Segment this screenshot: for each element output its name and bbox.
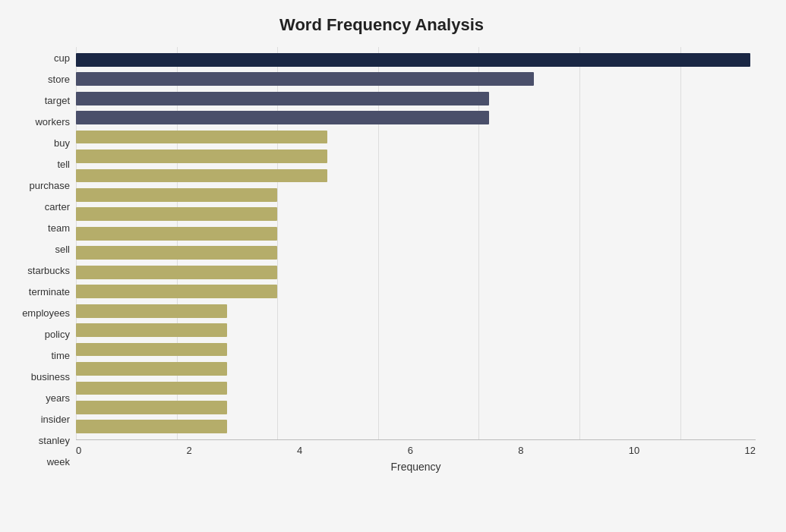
- bar-row-policy: [76, 301, 756, 320]
- x-axis-label: Frequency: [76, 461, 756, 473]
- bar-tell: [76, 150, 327, 163]
- bar-row-cup: [76, 50, 756, 69]
- bar-row-time: [76, 320, 756, 339]
- bar-row-employees: [76, 282, 756, 301]
- y-label-tell: tell: [57, 159, 70, 169]
- bar-time: [76, 323, 227, 337]
- y-label-years: years: [46, 393, 70, 403]
- y-label-terminate: terminate: [29, 287, 70, 297]
- bar-row-sell: [76, 224, 756, 243]
- bar-row-starbucks: [76, 244, 756, 263]
- bars-wrapper: [76, 47, 756, 439]
- bar-row-insider: [76, 379, 756, 398]
- y-label-target: target: [45, 96, 70, 105]
- bar-row-tell: [76, 146, 756, 165]
- bar-row-business: [76, 340, 756, 359]
- y-label-policy: policy: [45, 329, 70, 339]
- bar-years: [76, 362, 227, 376]
- y-label-week: week: [47, 457, 70, 467]
- chart-title: Word Frequency Analysis: [8, 15, 756, 35]
- bar-carter: [76, 188, 277, 202]
- bar-buy: [76, 131, 327, 144]
- bar-workers: [76, 111, 489, 124]
- bar-business: [76, 343, 227, 357]
- y-axis-labels: cupstoretargetworkersbuytellpurchasecart…: [8, 47, 76, 473]
- bars-region: [76, 47, 756, 439]
- x-tick-12: 12: [745, 445, 756, 456]
- bar-row-years: [76, 359, 756, 378]
- bar-row-stanley: [76, 398, 756, 417]
- x-tick-0: 0: [76, 445, 81, 456]
- bar-row-workers: [76, 108, 756, 127]
- y-label-business: business: [31, 372, 70, 382]
- bar-row-terminate: [76, 263, 756, 282]
- chart-area: cupstoretargetworkersbuytellpurchasecart…: [8, 47, 756, 473]
- bar-stanley: [76, 401, 227, 414]
- bar-cup: [76, 53, 750, 67]
- y-label-starbucks: starbucks: [27, 266, 70, 275]
- bars-and-x: 024681012 Frequency: [76, 47, 756, 473]
- y-label-sell: sell: [55, 244, 70, 254]
- y-label-workers: workers: [35, 117, 70, 127]
- y-label-carter: carter: [45, 202, 70, 212]
- y-label-buy: buy: [54, 138, 70, 148]
- y-label-employees: employees: [22, 308, 70, 318]
- chart-container: Word Frequency Analysis cupstoretargetwo…: [0, 0, 786, 532]
- bar-row-week: [76, 417, 756, 436]
- x-tick-2: 2: [187, 445, 192, 456]
- y-label-purchase: purchase: [30, 181, 70, 190]
- bar-employees: [76, 285, 277, 298]
- bar-team: [76, 207, 277, 221]
- bar-store: [76, 72, 534, 86]
- y-label-store: store: [48, 74, 70, 84]
- x-tick-10: 10: [629, 445, 639, 456]
- bar-row-carter: [76, 185, 756, 204]
- bar-row-buy: [76, 127, 756, 146]
- bar-insider: [76, 382, 227, 395]
- y-label-team: team: [48, 223, 70, 233]
- bar-purchase: [76, 169, 327, 183]
- x-tick-4: 4: [297, 445, 302, 456]
- x-axis: 024681012: [76, 440, 756, 458]
- bar-row-target: [76, 89, 756, 108]
- bar-terminate: [76, 266, 277, 279]
- y-label-cup: cup: [54, 53, 70, 63]
- bar-row-purchase: [76, 166, 756, 185]
- x-tick-8: 8: [518, 445, 523, 456]
- y-label-stanley: stanley: [39, 436, 70, 445]
- bar-sell: [76, 227, 277, 241]
- bar-row-team: [76, 205, 756, 224]
- y-label-insider: insider: [41, 414, 70, 424]
- bar-policy: [76, 304, 227, 318]
- y-label-time: time: [51, 351, 70, 360]
- bar-starbucks: [76, 246, 277, 260]
- bar-target: [76, 92, 489, 105]
- bar-row-store: [76, 69, 756, 88]
- x-tick-6: 6: [408, 445, 413, 456]
- bar-week: [76, 420, 227, 433]
